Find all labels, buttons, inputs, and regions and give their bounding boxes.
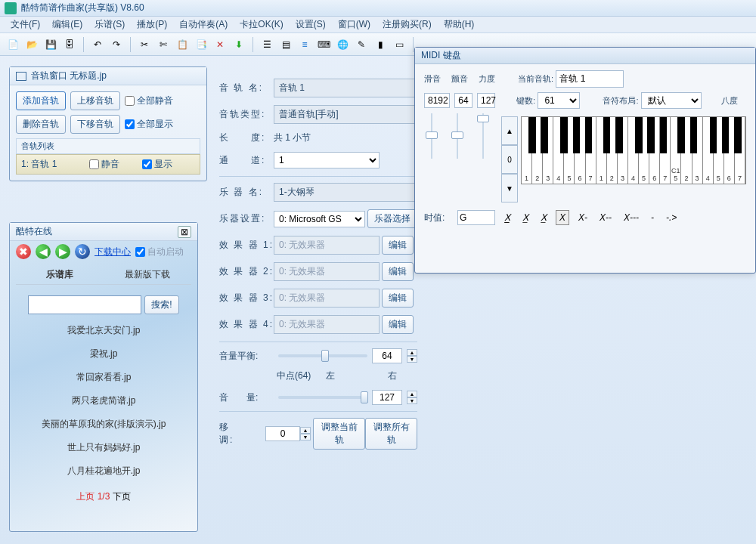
all-mute-checkbox[interactable]: 全部静音 [125,94,173,107]
list-item[interactable]: 我爱北京天安门.jp [10,319,197,342]
tremolo-slider[interactable] [450,113,465,159]
black-key[interactable] [710,117,717,153]
forward-icon[interactable]: ▶ [55,244,70,259]
track-name-field[interactable]: 音轨 1 [274,79,417,97]
track-mute-checkbox[interactable]: 静音 [89,158,119,171]
track-row[interactable]: 1: 音轨 1 静音 显示 [16,154,200,175]
menu-accomp[interactable]: 自动伴奏(A) [173,18,234,31]
black-key[interactable] [603,117,610,153]
octave-down-button[interactable]: ▼ [501,174,518,202]
move-up-button[interactable]: 上移音轨 [70,91,120,110]
duration-button[interactable]: X̲̲ [501,211,513,224]
menu-play[interactable]: 播放(P) [131,18,173,31]
duration-input[interactable] [457,210,495,225]
octave-up-button[interactable]: ▲ [501,116,518,145]
duration-button[interactable]: X-- [596,211,615,224]
color-icon[interactable]: ▮ [372,36,389,53]
search-button[interactable]: 搜索! [144,295,178,314]
list-item[interactable]: 世上只有妈妈好.jp [10,436,197,459]
auto-start-checkbox[interactable]: 自动启动 [135,246,184,258]
velocity-slider[interactable] [476,113,491,159]
pager-next[interactable]: 下页 [113,491,131,502]
balance-down[interactable]: ▼ [407,356,417,363]
redo-icon[interactable]: ↷ [108,36,125,53]
fx4-select[interactable]: 0: 无效果器 [274,315,380,334]
balance-value[interactable] [372,348,402,363]
volume-value[interactable] [372,390,402,405]
menu-score[interactable]: 乐谱(S) [88,18,131,31]
adjust-all-button[interactable]: 调整所有轨 [365,418,417,450]
black-key[interactable] [635,117,642,153]
save-icon[interactable]: 💾 [42,36,59,53]
fx4-edit-button[interactable]: 编辑 [382,315,414,334]
duration-button[interactable]: X̲ [538,211,550,224]
volume-up[interactable]: ▲ [407,391,417,397]
layout-select[interactable]: 默认 [641,92,702,109]
align-left-icon[interactable]: ☰ [259,36,275,53]
track-show-checkbox[interactable]: 显示 [142,158,172,171]
fx3-select[interactable]: 0: 无效果器 [274,289,380,308]
instrument-select-button[interactable]: 乐器选择 [367,209,417,228]
duration-button[interactable]: X [556,210,569,225]
duration-button[interactable]: -.> [663,211,680,224]
balance-slider[interactable] [278,354,367,357]
instrument-device-select[interactable]: 0: Microsoft GS [274,211,365,227]
piano-keyboard[interactable]: 12345671234567C1 5234567 [521,116,746,184]
balance-up[interactable]: ▲ [407,349,417,356]
black-key[interactable] [647,117,654,153]
doc-icon[interactable]: ▤ [277,36,294,53]
fx2-edit-button[interactable]: 编辑 [382,262,414,281]
saveall-icon[interactable]: 🗄 [61,36,78,53]
volume-slider[interactable] [278,396,367,399]
duration-button[interactable]: - [648,211,657,224]
list-icon[interactable]: ≡ [296,36,313,53]
black-key[interactable] [615,117,622,153]
delete-icon[interactable]: ✕ [212,36,228,53]
transpose-up[interactable]: ▲ [300,427,311,434]
keyboard-icon[interactable]: ⌨ [315,36,332,53]
menu-window[interactable]: 窗口(W) [332,18,376,31]
search-input[interactable] [28,295,141,314]
list-item[interactable]: 梁祝.jp [10,342,197,366]
menu-settings[interactable]: 设置(S) [290,18,332,31]
menu-file[interactable]: 文件(F) [5,18,46,31]
menu-edit[interactable]: 编辑(E) [46,18,88,31]
copy-icon[interactable]: ✄ [155,36,172,53]
pen-icon[interactable]: ✎ [353,36,370,53]
rect-icon[interactable]: ▭ [391,36,407,53]
fx2-select[interactable]: 0: 无效果器 [274,262,380,281]
pager-prev[interactable]: 上页 [76,491,94,502]
black-key[interactable] [722,117,729,153]
fx1-select[interactable]: 0: 无效果器 [274,236,380,255]
refresh-icon[interactable]: ↻ [75,244,90,259]
black-key[interactable] [541,117,547,153]
black-key[interactable] [528,117,535,153]
black-key[interactable] [585,117,592,153]
paste2-icon[interactable]: 📑 [193,36,209,53]
tab-score-lib[interactable]: 乐谱库 [16,265,104,284]
menu-register[interactable]: 注册购买(R) [376,18,438,31]
download-icon[interactable]: ⬇ [231,36,247,53]
undo-icon[interactable]: ↶ [89,36,106,53]
black-key[interactable] [560,117,567,153]
download-center-link[interactable]: 下载中心 [94,246,131,258]
all-show-checkbox[interactable]: 全部显示 [125,118,173,131]
transpose-down[interactable]: ▼ [300,434,311,440]
stop-icon[interactable]: ✖ [16,244,31,259]
fx1-edit-button[interactable]: 编辑 [382,236,414,255]
back-icon[interactable]: ◀ [36,244,51,259]
adjust-current-button[interactable]: 调整当前轨 [313,418,365,450]
black-key[interactable] [677,117,684,153]
fx3-edit-button[interactable]: 编辑 [382,289,414,308]
menu-karaoke[interactable]: 卡拉OK(K) [234,18,289,31]
open-icon[interactable]: 📂 [23,36,40,53]
black-key[interactable] [573,117,580,153]
list-item[interactable]: 常回家看看.jp [10,366,197,389]
list-item[interactable]: 美丽的草原我的家(排版演示).jp [10,413,197,436]
keys-select[interactable]: 61 [538,92,580,109]
duration-button[interactable]: X--- [621,211,642,224]
new-icon[interactable]: 📄 [5,36,21,53]
delete-track-button[interactable]: 删除音轨 [16,115,66,134]
transpose-value[interactable] [265,426,300,441]
globe-icon[interactable]: 🌐 [334,36,351,53]
